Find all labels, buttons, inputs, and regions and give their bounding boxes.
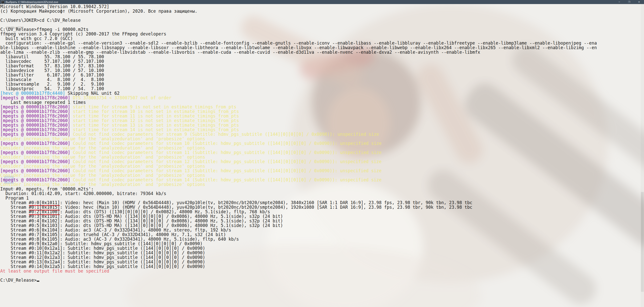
console-line: Consider increasing the value for the 'a… [0,137,644,141]
console-text-segment: [mpegts @ 000001b17f8c2060] [0,109,70,114]
console-line: [mpegts @ 000001b17f8c2060] DTS 37800375… [0,95,644,100]
console-text-segment: Last message repeated 1 times [0,100,86,105]
console-line: [mpegts @ 000001b17f8c2060] Could not fi… [0,150,644,155]
console-text-segment: Stream #0:8[0x1105]: Audio: ac3 (AC-3 / … [0,237,239,242]
console-line: able-lzma --enable-zlib --enable-gmp --e… [0,50,644,54]
console-line: libswresample 2. 9.100 / 2. 9.100 [0,82,644,86]
console-line: Stream #0:6[0x1104]: Audio: ac3 (AC-3 / … [0,228,644,232]
console-line: libswscale 4. 8.100 / 4. 8.100 [0,77,644,82]
console-line: libavfilter 6.107.100 / 6.107.100 [0,73,644,77]
console-line: Stream #0:12[0x12a3]: Subtitle: hdmv_pgs… [0,255,644,260]
console-text-segment: Stream #0:14[0x12a5]: Subtitle: hdmv_pgs… [0,264,205,269]
console-line: Stream #0:9[0x12a0]: Subtitle: hdmv_pgs_… [0,241,644,246]
console-text-segment: Could not find codec parameters for stre… [70,132,379,137]
console-text-segment: Stream #0:11[0x12a2]: Subtitle: hdmv_pgs… [0,250,205,255]
console-line: Stream #0:11[0x12a2]: Subtitle: hdmv_pgs… [0,251,644,255]
console-text-segment: Consider increasing the value for the 'a… [0,136,205,141]
console-line: Stream #0:1[0x1015]: Video: hevc (Main 1… [0,205,644,209]
console-text-segment: [mpegts @ 000001b17f8c2060] [0,118,70,123]
console-text-segment: Stream [0,209,29,214]
console-line: libavdevice 57. 10.100 / 57. 10.100 [0,68,644,73]
console-text-segment: libavcodec 57.107.100 / 57.107.100 [0,59,104,64]
console-text-segment: Stream #0:5[0x1103]: Audio: dts (DTS-HD … [0,223,283,228]
console-line: [mpegts @ 000001b17f8c2060] start time f… [0,127,644,132]
console-line: libpostproc 54. 7.100 / 54. 7.100 [0,86,644,91]
console-line: Program 1 [0,196,644,200]
console-line: [mpegts @ 000001b17f8c2060] Could not fi… [0,159,644,164]
console-text-segment: Stream [0,200,29,205]
console-text-segment: Stream [0,205,29,210]
console-text-segment: [mpegts @ 000001b17f8c2060] [0,95,70,100]
console-text-segment: DTS 378003754 < 378007507 out of order [70,95,171,100]
console-line: Duration: 01:01:42.09, start: 4200.00000… [0,191,644,196]
console-text-segment: Microsoft Windows [Version 10.0.19042.57… [0,4,109,9]
scrollbar-thumb[interactable] [641,192,644,292]
console-line: libavformat 57. 83.100 / 57. 83.100 [0,64,644,68]
console-text-segment: C:\Users\JOKER>cd C:\DV_Release [0,18,81,23]
console-line: Stream #0:14[0x12a5]: Subtitle: hdmv_pgs… [0,264,644,269]
console-line: Stream #0:5[0x1103]: Audio: dts (DTS-HD … [0,223,644,228]
console-text-segment: libavfilter 6.107.100 / 6.107.100 [0,72,104,78]
console-line: [mpegts @ 000001b17f8c2060] start time f… [0,109,644,114]
console-line: Stream #0:13[0x12a4]: Subtitle: hdmv_pgs… [0,260,644,264]
console-line: [mpegts @ 000001b17f8c2060] Could not fi… [0,141,644,146]
console-text-segment: libavformat 57. 83.100 / 57. 83.100 [0,63,104,68]
console-line: [mpegts @ 000001b17f8c2060] start time f… [0,123,644,127]
console-text-segment: Stream #0:3[0x1101]: Audio: dts (DTS-HD … [0,214,283,219]
console-line: [mpegts @ 000001b17f8c2060] Could not fi… [0,178,644,182]
console-line: C:\DV_Release> [0,278,644,282]
console-text-segment: start time for stream 9 is not set in es… [70,104,236,109]
maximize-button[interactable]: ❐ [624,0,634,4]
window-title: Выбрать C:\Windows\system32\cmd.exe [6,1,58,4]
console-line: [mpegts @ 000001b17f8c2060] start time f… [0,105,644,109]
console-line: Consider increasing the value for the 'a… [0,155,644,159]
console-line: Stream #0:0[0x1011]: Video: hevc (Main 1… [0,200,644,205]
console-text-segment: Duration: 01:01:42.09, start: 4200.00000… [0,191,166,196]
console-text-segment: [mpegts @ 000001b17f8c2060] [0,127,70,132]
console-text-segment: built with gcc 7.2.0 (GCC) [0,36,73,41]
console-line: Consider increasing the value for the 'a… [0,173,644,178]
console-text-segment: (c) Корпорация Майкрософт (Microsoft Cor… [0,9,197,14]
text-cursor [37,281,39,282]
console-line: Input #0, mpegts, from '00000.m2ts': [0,187,644,191]
console-text-segment: Consider increasing the value for the 'a… [0,145,205,150]
console-text-segment: Program 1 [0,196,29,201]
window-controls: ─ ❐ ✕ [614,0,644,4]
terminal-screen[interactable]: Microsoft Windows [Version 10.0.19042.57… [0,4,644,307]
scrollbar[interactable] [641,4,644,307]
console-line: built with gcc 7.2.0 (GCC) [0,36,644,41]
console-line: Stream #0:10[0x12a1]: Subtitle: hdmv_pgs… [0,246,644,251]
cmd-icon [1,1,4,4]
console-text-segment: Input #0, mpegts, from '00000.m2ts': [0,186,94,191]
console-text-segment: [mpegts @ 000001b17f8c2060] [0,159,70,164]
console-line: libavutil 55. 78.100 / 55. 78.100 [0,54,644,59]
console-line: configuration: --enable-gpl --enable-ver… [0,41,644,45]
console-text-segment: Skipping NAL unit 62 [65,91,120,96]
console-text-segment: libswscale 4. 8.100 / 4. 8.100 [0,77,104,82]
console-line: Stream #0:8[0x1105]: Audio: ac3 (AC-3 / … [0,237,644,241]
console-text-segment: : Audio: dts (DTS) ([130][0][0][0] / 0x0… [60,209,270,214]
console-line: [hevc @ 000001b17f8c4440] Skipping NAL u… [0,91,644,95]
console-text-segment: C:\DV_Release> [0,278,36,283]
console-text-segment: start time for stream 12 is not set in e… [70,118,239,123]
console-text-segment: start time for stream 11 is not set in e… [70,113,239,119]
console-text-segment: libswresample 2. 9.100 / 2. 9.100 [0,82,104,87]
console-text-segment: #0:0[0x1011] [29,200,60,205]
console-text-segment: configuration: --enable-gpl --enable-ver… [0,41,597,46]
console-text-segment: Stream #0:9[0x12a0]: Subtitle: hdmv_pgs_… [0,241,203,246]
console-text-segment: [mpegts @ 000001b17f8c2060] [0,150,70,155]
console-text-segment: [mpegts @ 000001b17f8c2060] [0,113,70,119]
console-text-segment: start time for stream 10 is not set in e… [70,109,239,114]
console-text-segment: Consider increasing the value for the 'a… [0,182,205,187]
close-button[interactable]: ✕ [634,0,644,4]
console-text-segment: Consider increasing the value for the 'a… [0,164,205,169]
console-text-segment: [mpegts @ 000001b17f8c2060] [0,168,70,173]
console-text-segment: [mpegts @ 000001b17f8c2060] [0,132,70,137]
minimize-button[interactable]: ─ [614,0,624,4]
console-text-segment: : Video: hevc (Main 10) (HDMV / 0x564D44… [60,200,472,205]
console-text-segment: libpostproc 54. 7.100 / 54. 7.100 [0,86,104,91]
console-line: [mpegts @ 000001b17f8c2060] start time f… [0,114,644,118]
console-line: Consider increasing the value for the 'a… [0,164,644,168]
console-line: [mpegts @ 000001b17f8c2060] Could not fi… [0,168,644,173]
console-line: [mpegts @ 000001b17f8c2060] start time f… [0,118,644,123]
